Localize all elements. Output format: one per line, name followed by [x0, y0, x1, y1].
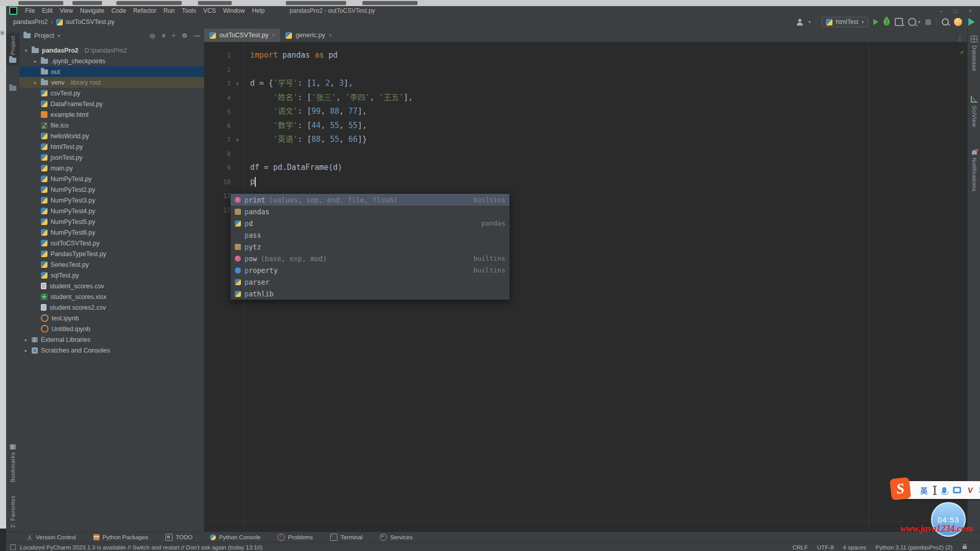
tab-close-icon[interactable]: × — [272, 32, 275, 38]
tree-item[interactable]: PandasTypeTest.py — [19, 248, 204, 259]
menu-file[interactable]: File — [21, 7, 38, 14]
completion-item-parser[interactable]: parser — [231, 276, 509, 288]
tool-stripe-bookmarks[interactable]: Bookmarks — [6, 444, 19, 483]
completion-item-pytz[interactable]: pytz — [231, 241, 509, 253]
tool-stripe-notifications[interactable]: Notifications — [968, 150, 980, 191]
run-button[interactable] — [873, 19, 878, 25]
toolwindow-button-services[interactable]: Services — [380, 534, 412, 541]
menu-edit[interactable]: Edit — [38, 7, 56, 14]
tree-item[interactable]: ▸Scratches and Consoles — [19, 345, 204, 356]
run-configuration-select[interactable]: htmlTest ▾ — [821, 17, 868, 27]
plugin-teal-icon[interactable] — [967, 18, 975, 26]
profile-icon[interactable] — [796, 18, 803, 26]
coverage-button[interactable] — [895, 18, 903, 26]
tool-stripe-favorites[interactable]: 2: Favorites — [6, 495, 19, 528]
menu-refactor[interactable]: Refactor — [130, 7, 160, 14]
indent-indicator[interactable]: 4 spaces — [843, 544, 866, 550]
tree-item[interactable]: jsonTest.py — [19, 152, 204, 163]
tool-stripe-project[interactable]: Project — [6, 33, 19, 66]
status-message[interactable]: Localized PyCharm 2023.1.3 is available … — [6, 544, 262, 550]
completion-item-print[interactable]: print(values, sep, end, file, flush)buil… — [231, 194, 509, 206]
profiler-button[interactable] — [908, 18, 916, 26]
tree-item[interactable]: NumPyTest2.py — [19, 184, 204, 195]
completion-item-pandas[interactable]: pandas — [231, 206, 509, 217]
completion-item-pass[interactable]: pass — [231, 229, 509, 241]
tab-close-icon[interactable]: × — [329, 32, 332, 38]
tool-stripe-database[interactable]: Database — [968, 36, 980, 71]
ime-language-icon[interactable]: 英 — [920, 485, 927, 495]
ime-toolbar[interactable]: S 英 V — [897, 481, 980, 499]
fold-marker-icon[interactable]: ∧ — [234, 133, 241, 146]
menu-tools[interactable]: Tools — [178, 7, 200, 14]
stop-button[interactable] — [925, 19, 931, 25]
menu-code[interactable]: Code — [108, 7, 130, 14]
plugin-orange-icon[interactable] — [954, 18, 962, 26]
tree-item[interactable]: outToCSVTest.py — [19, 238, 204, 248]
close-button[interactable]: × — [969, 8, 972, 14]
interpreter-indicator[interactable]: Python 3.11 (pandasPro2) (2) — [875, 544, 952, 550]
tree-item[interactable]: student scores2.csv — [19, 302, 204, 313]
tree-item[interactable]: NumPyTest4.py — [19, 206, 204, 216]
completion-item-pow[interactable]: pow(base, exp, mod)builtins — [231, 253, 509, 264]
tree-chevron-icon[interactable]: ▸ — [23, 337, 29, 342]
project-view-dropdown-icon[interactable]: ▾ — [58, 33, 60, 38]
tree-item[interactable]: helloWorld.py — [19, 131, 204, 141]
tree-item[interactable]: out — [19, 66, 204, 77]
tree-chevron-icon[interactable]: ▸ — [33, 59, 38, 64]
tree-item[interactable]: DataFrameTest.py — [19, 98, 204, 109]
tree-item[interactable]: student_scores.xlsx — [19, 291, 204, 302]
tree-item[interactable]: Untitled.ipynb — [19, 323, 204, 334]
tree-chevron-icon[interactable]: ▸ — [33, 80, 38, 85]
tree-item[interactable]: ▸venvlibrary root — [19, 77, 204, 88]
sogou-logo-icon[interactable]: S — [890, 477, 911, 500]
line-ending-indicator[interactable]: CRLF — [793, 544, 808, 550]
lock-icon[interactable] — [963, 546, 967, 549]
debug-button[interactable] — [884, 18, 890, 26]
tool-stripe-sciview[interactable]: SciView — [968, 96, 980, 127]
toolwindow-button-terminal[interactable]: Terminal — [330, 534, 362, 541]
tree-item[interactable]: csvTest.py — [19, 88, 204, 98]
code-editor[interactable]: ✔ 1import pandas as pd23∨d = {'学号': [1, … — [204, 42, 967, 532]
project-view-title[interactable]: Project — [34, 32, 54, 39]
tree-chevron-icon[interactable]: ▾ — [23, 48, 29, 53]
tree-item[interactable]: NumPyTest5.py — [19, 216, 204, 227]
toolwindow-button-todo[interactable]: TODO — [165, 534, 192, 541]
toolwindow-button-python-console[interactable]: Python Console — [210, 534, 260, 540]
encoding-indicator[interactable]: UTF-8 — [817, 544, 834, 550]
hide-panel-icon[interactable]: — — [194, 32, 200, 39]
breadcrumb-file[interactable]: outToCSVTest.py — [66, 18, 115, 26]
profiler-dropdown-icon[interactable]: ▾ — [918, 19, 920, 24]
breadcrumb-project[interactable]: pandasPro2 — [13, 18, 47, 26]
tree-item[interactable]: ▾pandasPro2D:\pandasPro2 — [19, 45, 204, 56]
maximize-button[interactable]: □ — [954, 8, 958, 14]
profile-dropdown-icon[interactable]: ▾ — [808, 19, 811, 24]
menu-run[interactable]: Run — [160, 7, 178, 14]
completion-item-pathlib[interactable]: pathlib — [231, 288, 509, 299]
ime-cursor-icon[interactable] — [934, 487, 936, 494]
tree-item[interactable]: sqlTest.py — [19, 270, 204, 281]
editor-tab-outToCSVTest.py[interactable]: outToCSVTest.py× — [204, 29, 280, 42]
tree-chevron-icon[interactable]: ▸ — [23, 348, 29, 353]
inspections-ok-icon[interactable]: ✔ — [961, 48, 964, 56]
search-everywhere-icon[interactable] — [942, 18, 949, 26]
tree-item[interactable]: main.py — [19, 163, 204, 173]
editor-tab-generic.py[interactable]: generic.py× — [280, 29, 337, 42]
menu-help[interactable]: Help — [249, 7, 268, 14]
menu-navigate[interactable]: Navigate — [77, 7, 108, 14]
tree-item[interactable]: student_scores.csv — [19, 281, 204, 291]
collapse-all-icon[interactable]: ≡ — [162, 32, 165, 39]
menu-view[interactable]: View — [56, 7, 77, 14]
tree-item[interactable]: NumPyTest3.py — [19, 195, 204, 206]
tool-stripe-secondary[interactable] — [6, 86, 19, 91]
ime-skin-icon[interactable]: V — [967, 486, 973, 494]
completion-item-pd[interactable]: pdpandas — [231, 217, 509, 229]
menu-vcs[interactable]: VCS — [200, 7, 219, 14]
minimize-button[interactable]: – — [940, 8, 943, 14]
tree-item[interactable]: htmlTest.py — [19, 141, 204, 152]
ime-microphone-icon[interactable] — [942, 487, 946, 493]
locate-icon[interactable]: ◎ — [150, 32, 155, 39]
gear-icon[interactable]: ⚙ — [182, 32, 187, 39]
menu-window[interactable]: Window — [219, 7, 249, 14]
tree-item[interactable]: ▸.ipynb_checkpoints — [19, 56, 204, 66]
tree-item[interactable]: SeriesTest.py — [19, 259, 204, 270]
